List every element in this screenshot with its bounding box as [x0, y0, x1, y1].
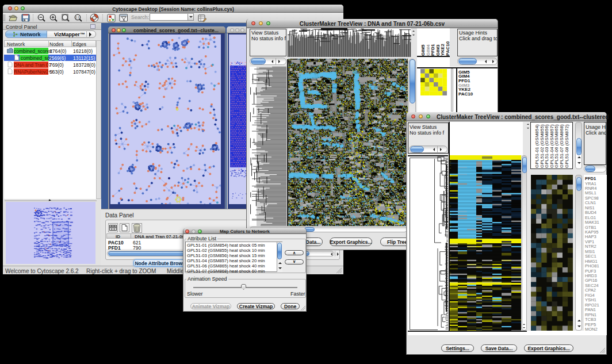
svg-text:1:1: 1:1	[76, 16, 80, 19]
